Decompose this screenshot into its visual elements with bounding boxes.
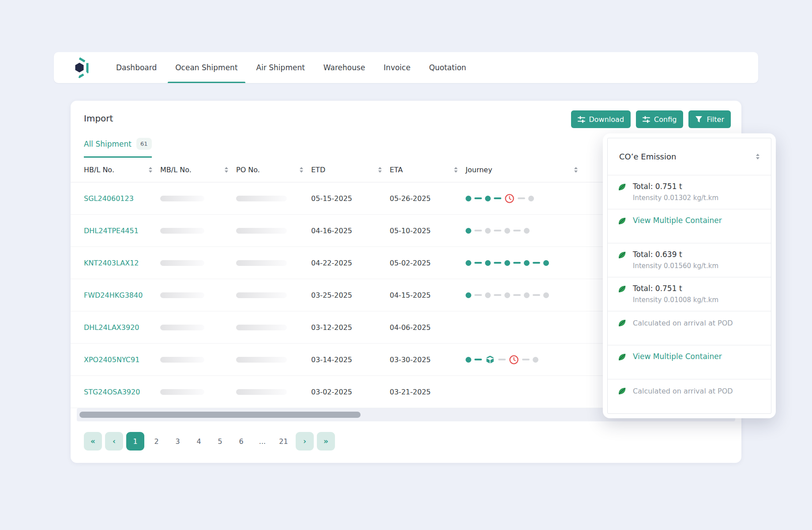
leaf-icon: [617, 352, 627, 362]
emission-row: View Multiple Container: [608, 209, 771, 243]
horizontal-scrollbar-thumb[interactable]: [79, 412, 361, 418]
page-button-2[interactable]: 2: [147, 432, 165, 450]
hbl-link[interactable]: KNT2403LAX12: [84, 259, 139, 267]
app-logo-icon: [69, 57, 90, 78]
journey-connector: [518, 197, 525, 199]
sliders-icon: [578, 116, 585, 123]
first-page-button[interactable]: «: [84, 432, 102, 450]
emission-row: Total: 0.751 tIntensity 0.01302 kg/t.km: [608, 175, 771, 209]
hbl-link[interactable]: SGL24060123: [84, 194, 134, 203]
journey-connector: [494, 262, 501, 264]
prev-page-button[interactable]: ‹: [105, 432, 123, 450]
last-page-button[interactable]: »: [317, 432, 335, 450]
nav-item-ocean-shipment[interactable]: Ocean Shipment: [166, 52, 247, 83]
page-button-4[interactable]: 4: [190, 432, 208, 450]
hbl-link[interactable]: DHL24TPE4451: [84, 227, 139, 235]
page-button-1[interactable]: 1: [126, 432, 144, 450]
column-label: HB/L No.: [84, 166, 114, 174]
emission-total: Total: 0.751 t: [633, 284, 718, 293]
journey-connector: [474, 294, 482, 296]
journey-dot: [466, 228, 471, 234]
view-multiple-container-link[interactable]: View Multiple Container: [633, 216, 722, 225]
journey-cell: [466, 260, 586, 266]
next-page-button[interactable]: ›: [296, 432, 314, 450]
main-nav: DashboardOcean ShipmentAir ShipmentWareh…: [107, 52, 475, 83]
tab-all-shipment-label: All Shipment: [84, 140, 132, 148]
journey-dot: [543, 292, 549, 298]
nav-item-air-shipment[interactable]: Air Shipment: [247, 52, 314, 83]
eta-cell: 03-21-2025: [390, 388, 466, 396]
journey-connector: [533, 294, 540, 296]
sort-icon[interactable]: [454, 167, 458, 173]
journey-dot: [524, 260, 530, 266]
journey-dot: [485, 292, 491, 298]
sort-icon[interactable]: [574, 167, 578, 173]
leaf-icon: [617, 250, 627, 260]
sort-icon[interactable]: [378, 167, 382, 173]
sort-icon[interactable]: [149, 167, 152, 173]
leaf-icon: [617, 216, 627, 226]
eta-cell: 05-02-2025: [390, 259, 466, 267]
toolbar: Download Config Filter: [571, 110, 731, 128]
column-header-journey[interactable]: Journey: [466, 166, 586, 174]
etd-cell: 04-16-2025: [311, 227, 390, 235]
column-header-hb-l-no[interactable]: HB/L No.: [84, 166, 160, 174]
nav-item-quotation[interactable]: Quotation: [420, 52, 475, 83]
journey-delay-clock-icon: [509, 355, 519, 365]
skeleton-bar: [236, 196, 287, 201]
page-button-21[interactable]: 21: [274, 432, 293, 450]
hbl-link[interactable]: XPO2405NYC91: [84, 356, 139, 364]
hbl-link[interactable]: FWD24HKG3840: [84, 291, 143, 299]
sort-icon[interactable]: [225, 167, 228, 173]
eta-cell: 04-06-2025: [390, 323, 466, 332]
journey-cell: [466, 228, 586, 234]
sort-icon[interactable]: [300, 167, 303, 173]
emission-row: Total: 0.639 tIntensity 0.01560 kg/t.km: [608, 243, 771, 277]
download-label: Download: [589, 115, 624, 124]
nav-item-warehouse[interactable]: Warehouse: [314, 52, 374, 83]
journey-connector: [522, 359, 530, 360]
column-header-eta[interactable]: ETA: [390, 166, 466, 174]
column-header-mb-l-no[interactable]: MB/L No.: [160, 166, 236, 174]
page-button-3[interactable]: 3: [169, 432, 187, 450]
etd-cell: 03-25-2025: [311, 291, 390, 299]
download-button[interactable]: Download: [571, 110, 631, 128]
sort-icon[interactable]: [756, 154, 759, 159]
column-header-po-no[interactable]: PO No.: [236, 166, 311, 174]
filter-button[interactable]: Filter: [688, 110, 731, 128]
skeleton-bar: [160, 292, 204, 298]
co2e-column-header[interactable]: CO’e Emission: [608, 138, 771, 175]
journey-connector: [494, 294, 501, 296]
journey-dot: [485, 260, 491, 266]
eta-cell: 04-15-2025: [390, 291, 466, 299]
leaf-icon: [617, 284, 627, 294]
page-button-5[interactable]: 5: [211, 432, 229, 450]
journey-connector: [513, 294, 521, 296]
view-multiple-container-link[interactable]: View Multiple Container: [633, 352, 722, 361]
emission-intensity: Intensity 0.01008 kg/t.km: [633, 296, 718, 304]
config-button[interactable]: Config: [636, 110, 683, 128]
etd-cell: 04-22-2025: [311, 259, 390, 267]
shipment-count-badge: 61: [136, 138, 152, 150]
journey-cell: [466, 193, 586, 204]
journey-dot: [504, 292, 510, 298]
skeleton-bar: [236, 228, 287, 234]
column-header-etd[interactable]: ETD: [311, 166, 390, 174]
nav-item-invoice[interactable]: Invoice: [374, 52, 420, 83]
hbl-link[interactable]: STG24OSA3920: [84, 388, 140, 396]
journey-package-icon: [485, 355, 495, 365]
emission-intensity: Intensity 0.01302 kg/t.km: [633, 194, 718, 202]
journey-delay-clock-icon: [504, 193, 515, 204]
tab-all-shipment[interactable]: All Shipment 61: [84, 138, 152, 158]
page-button-6[interactable]: 6: [232, 432, 250, 450]
hbl-link[interactable]: DHL24LAX3920: [84, 323, 139, 332]
sliders-icon: [643, 116, 650, 123]
column-label: PO No.: [236, 166, 260, 174]
journey-connector: [474, 359, 482, 360]
emission-intensity: Intensity 0.01560 kg/t.km: [633, 262, 718, 270]
journey-dot: [543, 260, 549, 266]
skeleton-bar: [236, 389, 287, 395]
nav-item-dashboard[interactable]: Dashboard: [107, 52, 166, 83]
journey-dot: [466, 292, 471, 298]
skeleton-bar: [160, 260, 204, 266]
